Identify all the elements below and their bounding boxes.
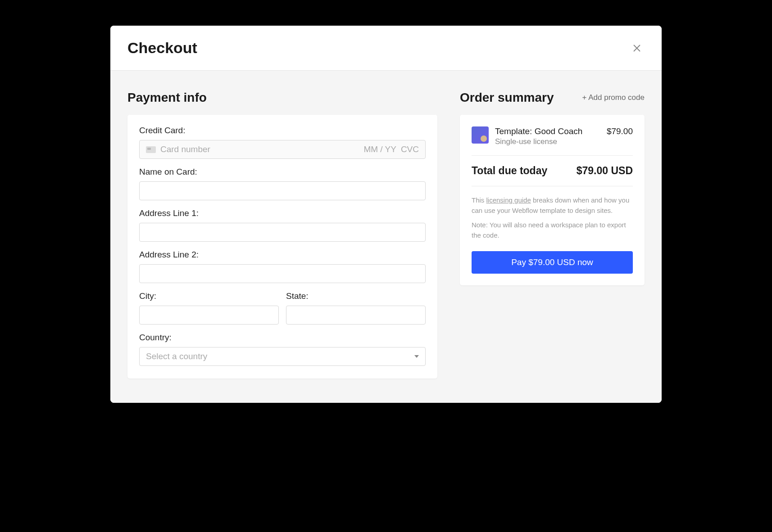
workspace-note: Note: You will also need a workspace pla…	[472, 220, 633, 240]
modal-title: Checkout	[127, 39, 197, 57]
licensing-guide-link[interactable]: licensing guide	[486, 196, 531, 204]
close-icon	[632, 43, 642, 53]
address2-label: Address Line 2:	[139, 250, 426, 260]
state-group: State:	[286, 291, 426, 333]
close-button[interactable]	[629, 41, 645, 56]
card-number-input[interactable]	[160, 144, 359, 154]
summary-column: Order summary + Add promo code Template:…	[460, 90, 645, 379]
modal-body: Payment info Credit Card: MM / YY CVC Na…	[110, 71, 662, 403]
city-state-row: City: State:	[139, 291, 426, 333]
name-on-card-label: Name on Card:	[139, 167, 426, 177]
city-group: City:	[139, 291, 279, 325]
address1-group: Address Line 1:	[139, 208, 426, 242]
country-label: Country:	[139, 333, 426, 343]
credit-card-label: Credit Card:	[139, 126, 426, 135]
payment-column: Payment info Credit Card: MM / YY CVC Na…	[127, 90, 437, 379]
summary-section-title: Order summary	[460, 90, 554, 105]
total-label: Total due today	[472, 165, 547, 177]
product-thumbnail	[472, 126, 489, 144]
summary-section-header: Order summary + Add promo code	[460, 90, 645, 105]
payment-section-header: Payment info	[127, 90, 437, 105]
credit-card-group: Credit Card: MM / YY CVC	[139, 126, 426, 159]
line-item-title: Template: Good Coach	[495, 126, 600, 136]
add-promo-code-link[interactable]: + Add promo code	[582, 93, 645, 102]
country-select[interactable]: Select a country	[139, 347, 426, 366]
card-cvc-input[interactable]: CVC	[401, 144, 419, 154]
address2-input[interactable]	[139, 264, 426, 283]
state-label: State:	[286, 291, 426, 301]
order-line-item: Template: Good Coach Single-use license …	[472, 126, 633, 156]
licensing-text: This licensing guide breaks down when an…	[472, 195, 633, 216]
city-input[interactable]	[139, 306, 279, 325]
checkout-modal: Checkout Payment info Credit Card: MM / …	[110, 26, 662, 403]
card-input-row[interactable]: MM / YY CVC	[139, 140, 426, 159]
payment-form-card: Credit Card: MM / YY CVC Name on Card: A…	[127, 115, 437, 379]
address1-label: Address Line 1:	[139, 208, 426, 218]
chevron-down-icon	[414, 355, 419, 358]
line-item-price: $79.00	[607, 126, 633, 146]
name-on-card-input[interactable]	[139, 181, 426, 200]
line-item-subtitle: Single-use license	[495, 137, 600, 146]
modal-header: Checkout	[110, 26, 662, 71]
address2-group: Address Line 2:	[139, 250, 426, 283]
order-summary-card: Template: Good Coach Single-use license …	[460, 115, 645, 285]
total-amount: $79.00 USD	[577, 165, 633, 177]
address1-input[interactable]	[139, 223, 426, 242]
total-row: Total due today $79.00 USD	[472, 156, 633, 186]
country-group: Country: Select a country	[139, 333, 426, 366]
name-on-card-group: Name on Card:	[139, 167, 426, 200]
card-expiry-input[interactable]: MM / YY	[363, 144, 396, 154]
city-label: City:	[139, 291, 279, 301]
fine-print: This licensing guide breaks down when an…	[472, 186, 633, 251]
credit-card-icon	[146, 146, 156, 153]
country-select-placeholder: Select a country	[146, 352, 207, 361]
line-item-text: Template: Good Coach Single-use license	[495, 126, 600, 146]
payment-section-title: Payment info	[127, 90, 207, 105]
pay-now-button[interactable]: Pay $79.00 USD now	[472, 251, 633, 274]
state-input[interactable]	[286, 306, 426, 325]
